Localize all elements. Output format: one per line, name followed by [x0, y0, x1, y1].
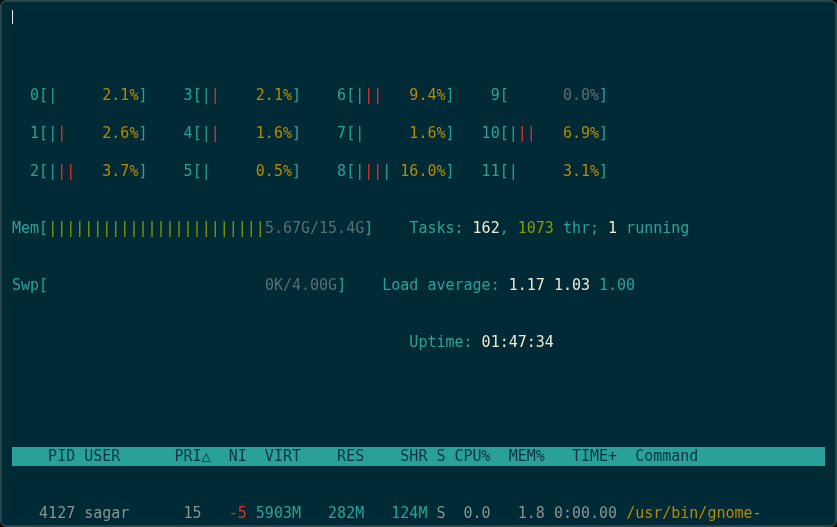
gap — [346, 276, 382, 294]
swp-label: Swp — [12, 276, 39, 294]
running-count: 1 — [608, 219, 617, 237]
spacer-row — [12, 390, 825, 409]
tasks-count: 162 — [473, 219, 500, 237]
cpu-meters-row-3: 2[||| 3.7%] 5[| 0.5%] 8[|||| 16.0%] 11[|… — [12, 162, 825, 181]
uptime-value: 01:47:34 — [482, 333, 554, 351]
thr-suffix: thr; — [554, 219, 608, 237]
cpu-meters-row-2: 1[|| 2.6%] 4[|| 1.6%] 7[| 1.6%] 10[||| 6… — [12, 124, 825, 143]
mem-bar: |||||||||||||||||||||||| — [48, 219, 265, 237]
uptime-label: Uptime: — [409, 333, 481, 351]
swp-bar — [48, 276, 265, 294]
spacer-row — [12, 48, 825, 67]
running-suffix: running — [617, 219, 689, 237]
bracket-open-icon: [ — [39, 276, 48, 294]
load-label: Load average: — [382, 276, 508, 294]
sep: , — [500, 219, 518, 237]
process-table[interactable]: 4127 sagar 15 -5 5903M 282M 124M S 0.0 1… — [12, 504, 825, 527]
mem-text: 5.67G/15.4G — [265, 219, 364, 237]
tasks-label: Tasks: — [409, 219, 472, 237]
load-3: 1.00 — [599, 276, 635, 294]
text-cursor — [12, 10, 13, 24]
bracket-open-icon: [ — [39, 219, 48, 237]
mem-tasks-row: Mem[||||||||||||||||||||||||5.67G/15.4G]… — [12, 219, 825, 238]
gap — [12, 333, 409, 351]
load-2: 1.03 — [554, 276, 590, 294]
cpu-meters-row-1: 0[| 2.1%] 3[|| 2.1%] 6[||| 9.4%] 9[ 0.0%… — [12, 86, 825, 105]
gap — [373, 219, 409, 237]
table-row[interactable]: 4127 sagar 15 -5 5903M 282M 124M S 0.0 1… — [12, 504, 825, 523]
swp-text: 0K/4.00G — [265, 276, 337, 294]
uptime-row: Uptime: 01:47:34 — [12, 333, 825, 352]
mem-label: Mem — [12, 219, 39, 237]
load-1: 1.17 — [509, 276, 545, 294]
table-row[interactable]: 4128 sagar 15 -5 5903M 282M 124M S 0.0 1… — [12, 523, 825, 527]
threads-count: 1073 — [518, 219, 554, 237]
bracket-close-icon: ] — [364, 219, 373, 237]
bracket-close-icon: ] — [337, 276, 346, 294]
terminal-window[interactable]: 0[| 2.1%] 3[|| 2.1%] 6[||| 9.4%] 9[ 0.0%… — [0, 0, 837, 527]
process-table-header[interactable]: PID USER PRI△ NI VIRT RES SHR S CPU% MEM… — [12, 447, 825, 466]
swp-load-row: Swp[ 0K/4.00G] Load average: 1.17 1.03 1… — [12, 276, 825, 295]
